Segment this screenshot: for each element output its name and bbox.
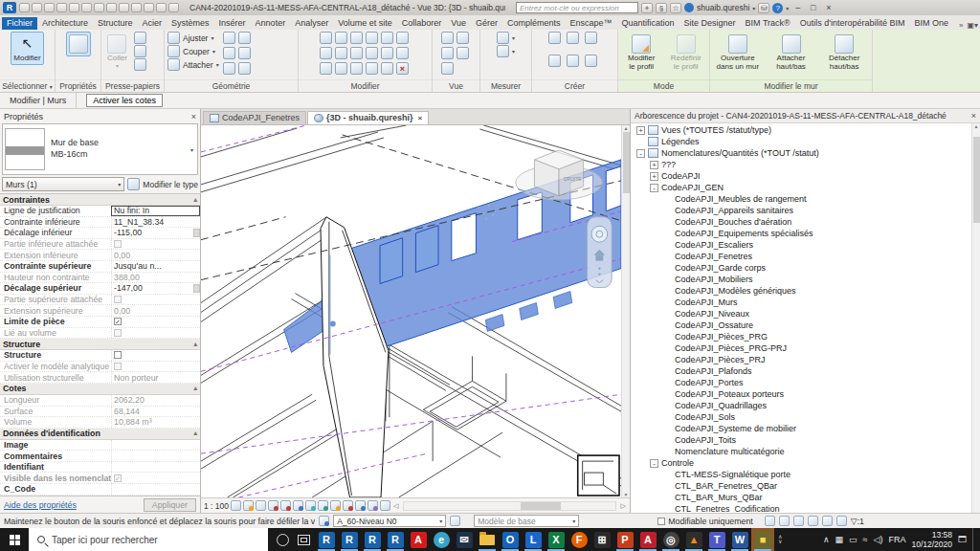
taskbar-app-revit-window-1[interactable]: R — [315, 528, 338, 551]
browser-scroll-thumb[interactable] — [973, 137, 980, 223]
action-center-icon[interactable]: ▦ — [835, 535, 844, 544]
match-icon[interactable] — [366, 62, 378, 75]
create-group-icon[interactable] — [585, 32, 597, 44]
tree-expand-icon[interactable]: - — [650, 184, 658, 192]
tree-item-codeapji-equipements-sp-cialis-s[interactable]: CodeAPJI_Equipements spécialisés — [631, 228, 980, 239]
property-value[interactable]: Non porteur — [111, 372, 200, 383]
tree-item-codeapji-ossature[interactable]: CodeAPJI_Ossature — [631, 320, 980, 331]
shadows-icon[interactable] — [256, 500, 266, 511]
ribbon-tab-enscape-[interactable]: Enscape™ — [565, 17, 616, 30]
cut-small-icon[interactable] — [134, 32, 146, 44]
tree-item-codeapji-quadrillages[interactable]: CodeAPJI_Quadrillages — [631, 400, 980, 411]
tree-item-l-gendes[interactable]: Légendes — [631, 136, 980, 147]
wall-drag-control[interactable] — [330, 320, 336, 326]
type-selector[interactable]: Mur de base MB-16cm ▾ — [2, 123, 198, 175]
properties-help-link[interactable]: Aide des propriétés — [4, 500, 77, 510]
align-icon[interactable] — [320, 32, 332, 44]
taskbar-app-teams[interactable]: T — [705, 528, 728, 551]
delete-icon[interactable]: × — [396, 62, 409, 75]
property-value[interactable]: 0,00 — [111, 250, 200, 260]
editable-only-checkbox[interactable] — [657, 518, 665, 525]
taskbar-app-revit-window-3[interactable]: R — [361, 528, 384, 551]
thin-lines-icon[interactable] — [441, 32, 454, 44]
print-icon[interactable] — [81, 3, 92, 12]
thin-lines-icon[interactable] — [156, 3, 167, 12]
unpin-icon[interactable] — [320, 62, 332, 75]
ribbon-tab-compl-ments[interactable]: Compléments — [502, 17, 566, 30]
edit-group-icon[interactable] — [381, 62, 393, 75]
press-drag-select-icon[interactable] — [808, 516, 818, 526]
create-assembly-icon[interactable] — [567, 32, 579, 44]
ribbon-tab-g-rer[interactable]: Gérer — [471, 17, 502, 30]
tree-item-codeapji-garde-corps[interactable]: CodeAPJI_Garde corps — [631, 262, 980, 274]
filter-icon[interactable]: ▽:1 — [851, 517, 864, 526]
ribbon-tab-bim-track-[interactable]: BIM Track® — [741, 17, 795, 30]
help-menu-chevron-icon[interactable]: ▾ — [786, 5, 789, 11]
redo-icon[interactable] — [69, 3, 79, 12]
taskbar-app-revit-window-4[interactable]: R — [384, 528, 407, 551]
ribbon-tab-analyser[interactable]: Analyser — [290, 17, 333, 30]
mirror-draw-axis-icon[interactable] — [366, 32, 378, 44]
property-checkbox[interactable]: ✓ — [114, 318, 122, 325]
ribbon-state-icon[interactable]: ▣▾ — [967, 21, 978, 30]
ribbon-tab-vue[interactable]: Vue — [446, 17, 471, 30]
cortana-icon[interactable] — [277, 534, 289, 546]
undo-icon[interactable] — [56, 3, 67, 12]
revit-logo-icon[interactable]: R — [3, 2, 16, 13]
taskbar-app-vlc[interactable]: ▲ — [682, 528, 705, 551]
tree-item-codeapji[interactable]: +CodeAPJI — [631, 170, 980, 182]
navigation-bar[interactable] — [588, 217, 612, 288]
tree-expand-icon[interactable]: + — [650, 161, 658, 169]
view-scale-button[interactable]: 1 : 100 — [204, 501, 229, 511]
tree-item-codeapji-gen[interactable]: -CodeAPJI_GEN — [631, 182, 980, 193]
property-section-structure[interactable]: Structure▴ — [0, 339, 200, 350]
tree-item-codeapji-pi-ces-prj[interactable]: CodeAPJI_Pièces_PRJ — [631, 354, 980, 365]
worksharing-status-icon[interactable] — [765, 516, 775, 526]
insulation-icon[interactable] — [567, 55, 579, 67]
property-value[interactable] — [111, 462, 200, 473]
app-store-cart-icon[interactable]: ⛁ — [758, 3, 769, 13]
tree-item-codeapji-escaliers[interactable]: CodeAPJI_Escaliers — [631, 239, 980, 251]
tree-item-codeapji-pi-ces-prg-prj[interactable]: CodeAPJI_Pièces_PRG-PRJ — [631, 342, 980, 354]
tree-expand-icon[interactable]: - — [636, 149, 645, 158]
tree-item-controle[interactable]: -Controle — [631, 457, 980, 469]
tree-item-codeapji-systeme-de-mobilier[interactable]: CodeAPJI_Systeme de mobilier — [631, 423, 980, 434]
array-icon[interactable] — [335, 62, 347, 75]
ribbon-tab-architecture[interactable]: Architecture — [37, 17, 93, 30]
steering-wheel-icon[interactable] — [591, 226, 608, 242]
ribbon-tab-bim-one[interactable]: BIM One — [909, 17, 953, 30]
ribbon-tab-quantification[interactable]: Quantification — [616, 17, 679, 30]
aligned-dimension-icon[interactable] — [106, 3, 117, 12]
unlocked-3d-view-icon[interactable] — [305, 500, 316, 511]
sun-path-icon[interactable] — [243, 500, 254, 511]
ribbon-tab-volume-et-site[interactable]: Volume et site — [333, 17, 397, 30]
active-workset-icon[interactable] — [319, 516, 329, 526]
property-value[interactable] — [111, 295, 200, 305]
keyword-search-input[interactable] — [516, 2, 638, 13]
associate-parameter-button[interactable] — [193, 284, 200, 293]
wall-opening-button[interactable]: Ouverture dans un mur — [713, 32, 763, 74]
taskbar-app-outlook[interactable]: O — [499, 528, 522, 551]
measure-between-refs-button[interactable]: ▾ — [497, 32, 515, 44]
property-value[interactable] — [111, 350, 200, 361]
tree-expand-icon[interactable]: + — [636, 126, 645, 135]
tab-scroll-icon[interactable]: » — [959, 21, 963, 30]
reveal-constraints-icon[interactable] — [380, 500, 390, 511]
property-section-contraintes[interactable]: Contraintes▴ — [0, 194, 200, 206]
taskbar-app-microsoft-store[interactable]: ⊞ — [590, 528, 613, 551]
minimize-button[interactable]: – — [791, 3, 804, 12]
copy-icon[interactable] — [335, 47, 347, 59]
text-icon[interactable] — [119, 3, 129, 12]
split-face-icon[interactable] — [238, 62, 251, 75]
attach-top-base-button[interactable]: Attacher haut/bas — [767, 32, 816, 74]
ribbon-tab-collaborer[interactable]: Collaborer — [397, 17, 447, 30]
show-crop-region-icon[interactable] — [293, 500, 303, 511]
battery-icon[interactable]: ▭ — [849, 535, 858, 544]
section-collapse-icon[interactable]: ▴ — [193, 196, 197, 204]
sync-icon[interactable] — [44, 3, 55, 12]
search-binoculars-icon[interactable]: ⌖ — [641, 3, 653, 13]
taskbar-app-file-explorer[interactable] — [476, 528, 499, 551]
ribbon-tab-syst-mes[interactable]: Systèmes — [167, 17, 214, 30]
rotate-icon[interactable] — [350, 47, 363, 59]
pin-icon[interactable] — [396, 47, 409, 59]
